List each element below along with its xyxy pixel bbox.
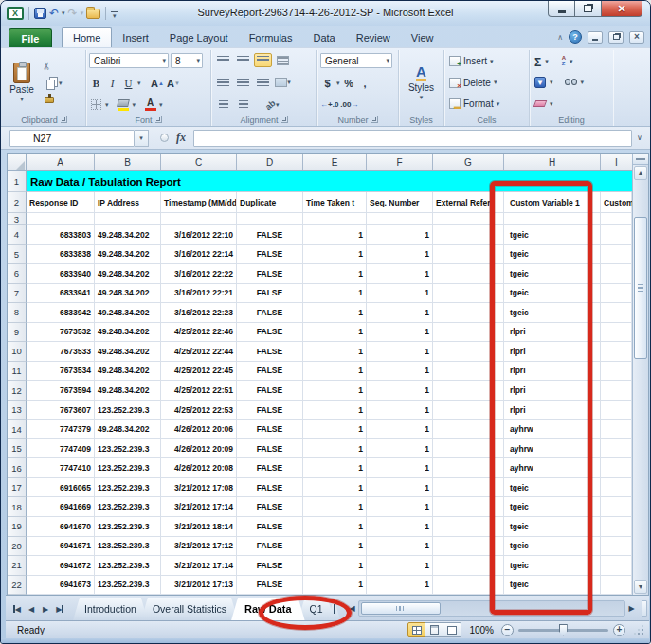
row-header[interactable]: 17 — [8, 478, 27, 498]
cell-duplicate[interactable]: FALSE — [237, 576, 303, 596]
cell-ip-address[interactable]: 123.252.239.3 — [95, 556, 161, 576]
cell-custom-variable-2[interactable] — [601, 381, 632, 401]
middle-align-button[interactable] — [234, 53, 252, 67]
scroll-up-icon[interactable]: ▲ — [634, 166, 647, 180]
underline-dropdown-icon[interactable]: ▾ — [137, 80, 141, 87]
shrink-font-button[interactable]: A▼ — [167, 76, 181, 90]
cell-ip-address[interactable]: 49.248.34.202 — [95, 420, 161, 439]
cell-timestamp[interactable]: 4/26/2012 20:08 — [161, 458, 237, 478]
cell-time-taken[interactable]: 1 — [303, 323, 367, 343]
cell-timestamp[interactable]: 3/21/2012 17:08 — [161, 478, 237, 498]
cell-custom-variable-1[interactable]: rlpri — [504, 323, 601, 343]
column-header-d[interactable]: D — [237, 154, 303, 170]
cell-seq-number[interactable]: 1 — [367, 284, 433, 304]
row-header[interactable]: 15 — [8, 439, 27, 459]
cell-response-id[interactable]: 7673532 — [27, 323, 95, 343]
borders-dropdown-icon[interactable]: ▾ — [105, 101, 109, 109]
cell-response-id[interactable]: 6941672 — [27, 556, 95, 576]
cell-response-id[interactable]: 7673607 — [27, 401, 95, 420]
cell-duplicate[interactable]: FALSE — [237, 323, 303, 343]
row-header[interactable]: 7 — [8, 284, 27, 304]
increase-decimal-button[interactable]: ←+.0 — [320, 98, 338, 112]
top-align-button[interactable] — [214, 53, 232, 67]
cell-response-id[interactable]: 7747410 — [27, 458, 95, 478]
cell-time-taken[interactable]: 1 — [303, 381, 367, 401]
fill-button[interactable]: ▼ — [534, 77, 546, 88]
last-sheet-icon[interactable]: ▶ — [53, 601, 66, 617]
cell-external-referrer[interactable] — [433, 303, 504, 323]
cell-custom-variable-2[interactable] — [601, 537, 632, 557]
row-header[interactable]: 6 — [8, 264, 27, 284]
cell-duplicate[interactable]: FALSE — [237, 439, 303, 459]
decrease-indent-button[interactable] — [214, 98, 232, 112]
cell-custom-variable-1[interactable]: tgeic — [504, 225, 601, 245]
cell-timestamp[interactable]: 4/26/2012 20:06 — [161, 420, 237, 439]
row-header[interactable]: 11 — [8, 362, 27, 382]
workbook-close-icon[interactable]: × — [629, 31, 644, 44]
tab-formulas[interactable]: Formulas — [239, 27, 303, 47]
select-all-corner[interactable] — [8, 154, 27, 170]
font-name-combo[interactable]: Calibri▾ — [89, 53, 169, 68]
workbook-minimize-icon[interactable] — [588, 31, 603, 44]
cell-duplicate[interactable]: FALSE — [237, 225, 303, 245]
cell-response-id[interactable]: 6941669 — [27, 497, 95, 517]
header-timestamp[interactable]: Timestamp (MM/dd — [161, 192, 237, 213]
sheet-tab-raw-data[interactable]: Raw Data — [231, 598, 305, 620]
cell-custom-variable-1[interactable]: tgeic — [504, 245, 601, 265]
cell-custom-variable-2[interactable] — [601, 458, 632, 478]
find-select-button[interactable] — [565, 79, 577, 86]
cell-time-taken[interactable]: 1 — [303, 458, 367, 478]
cell-duplicate[interactable]: FALSE — [237, 420, 303, 439]
cell-seq-number[interactable]: 1 — [367, 264, 433, 284]
bold-button[interactable]: B — [89, 76, 103, 90]
cell-external-referrer[interactable] — [433, 517, 504, 537]
cell-time-taken[interactable]: 1 — [303, 264, 367, 284]
cell-custom-variable-2[interactable] — [601, 401, 632, 420]
column-header-g[interactable]: G — [433, 154, 504, 170]
cell-ip-address[interactable]: 49.248.34.202 — [95, 264, 161, 284]
cell-external-referrer[interactable] — [433, 381, 504, 401]
cell-time-taken[interactable]: 1 — [303, 478, 367, 498]
bottom-align-button[interactable] — [254, 53, 272, 67]
cell-time-taken[interactable]: 1 — [303, 497, 367, 517]
cell-external-referrer[interactable] — [433, 537, 504, 557]
cell-response-id[interactable]: 6941670 — [27, 517, 95, 537]
cell-external-referrer[interactable] — [433, 497, 504, 517]
cell-response-id[interactable]: 6941673 — [27, 576, 95, 596]
row-header[interactable]: 16 — [8, 458, 27, 478]
horizontal-scroll-thumb[interactable] — [361, 602, 441, 615]
cell-time-taken[interactable]: 1 — [303, 284, 367, 304]
row-header[interactable]: 18 — [8, 497, 27, 517]
row-header[interactable]: 8 — [8, 303, 27, 323]
cell-seq-number[interactable]: 1 — [367, 517, 433, 537]
formula-input[interactable] — [193, 130, 632, 147]
cell-ip-address[interactable]: 49.248.34.202 — [95, 303, 161, 323]
cell-seq-number[interactable]: 1 — [367, 245, 433, 265]
wrap-text-button[interactable] — [274, 53, 292, 67]
cell-custom-variable-2[interactable] — [601, 323, 632, 343]
column-header-e[interactable]: E — [303, 154, 367, 170]
cell-time-taken[interactable]: 1 — [303, 245, 367, 265]
cell-external-referrer[interactable] — [433, 264, 504, 284]
cell-custom-variable-1[interactable]: tgeic — [504, 303, 601, 323]
scroll-down-icon[interactable]: ▼ — [634, 580, 647, 594]
row-header[interactable]: 5 — [8, 245, 27, 265]
font-size-combo[interactable]: 8▾ — [171, 53, 203, 68]
cell-seq-number[interactable]: 1 — [367, 556, 433, 576]
cell-response-id[interactable]: 7673534 — [27, 362, 95, 382]
cell-response-id[interactable]: 7673594 — [27, 381, 95, 401]
resize-grip[interactable] — [634, 625, 643, 635]
cell-response-id[interactable]: 6833942 — [27, 303, 95, 323]
tab-home[interactable]: Home — [62, 27, 112, 47]
cell-ip-address[interactable]: 123.252.239.3 — [95, 439, 161, 459]
cell-seq-number[interactable]: 1 — [367, 478, 433, 498]
autosum-dropdown-icon[interactable]: ▾ — [545, 58, 549, 65]
cell-seq-number[interactable]: 1 — [367, 497, 433, 517]
decrease-decimal-button[interactable]: .00→ — [340, 98, 358, 112]
row-header[interactable]: 12 — [8, 381, 27, 401]
page-break-view-button[interactable] — [443, 622, 461, 637]
cell-custom-variable-1[interactable]: rlpri — [504, 342, 601, 362]
first-sheet-icon[interactable]: ◀ — [10, 601, 24, 617]
format-cells-button[interactable]: ▬ Format▾ — [447, 96, 526, 112]
accounting-format-button[interactable]: $ — [320, 76, 335, 90]
